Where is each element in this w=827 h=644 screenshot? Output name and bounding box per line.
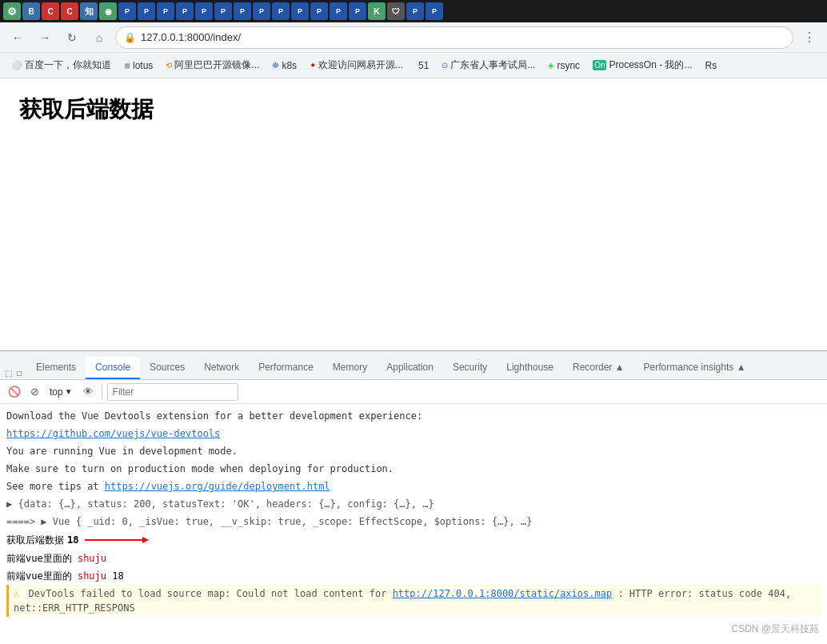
console-output: Download the Vue Devtools extension for …: [0, 404, 827, 622]
context-selector[interactable]: top ▼: [46, 385, 77, 399]
tab-icon[interactable]: ⚙: [3, 2, 21, 20]
alibaba-icon: ⟲: [166, 61, 172, 70]
tab-icon[interactable]: P: [157, 2, 174, 20]
console-line: ▶ {data: {…}, status: 200, statusText: '…: [6, 495, 821, 513]
tab-icon[interactable]: C: [42, 2, 59, 20]
tab-icon[interactable]: P: [195, 2, 213, 20]
extensions-button[interactable]: ⋮: [798, 26, 821, 49]
deployment-guide-link[interactable]: https://vuejs.org/guide/deployment.html: [105, 481, 330, 492]
bookmark-label: k8s: [282, 60, 297, 71]
bookmark-51[interactable]: 51: [411, 58, 433, 73]
warn-icon: ⚠: [14, 588, 19, 599]
k8s-icon: ☸: [272, 61, 279, 70]
dropdown-icon: ▼: [65, 387, 73, 396]
bookmark-lotus[interactable]: ◼ lotus: [119, 58, 158, 73]
tab-elements[interactable]: Elements: [26, 357, 86, 379]
bookmark-rs[interactable]: Rs: [701, 58, 722, 73]
tab-icon[interactable]: C: [61, 2, 78, 20]
svg-marker-1: [142, 537, 149, 543]
tab-icon[interactable]: ◉: [99, 2, 117, 20]
tab-icon[interactable]: 🛡: [387, 2, 405, 20]
tab-icon[interactable]: P: [310, 2, 328, 20]
tab-icon[interactable]: B: [22, 2, 40, 20]
console-line: 前端vue里面的 shuju: [6, 550, 821, 567]
page-title: 获取后端数据: [19, 94, 808, 125]
tab-icon[interactable]: P: [138, 2, 155, 20]
console-settings-button[interactable]: ⊘: [27, 384, 42, 399]
devtools-left-icons: ⬚ □: [3, 367, 26, 379]
tab-network[interactable]: Network: [194, 357, 249, 379]
inspect-element-icon[interactable]: ⬚: [3, 367, 14, 379]
console-line: 前端vue里面的 shuju 18: [6, 567, 821, 585]
csdn-watermark: CSDN @景天科技苑: [731, 622, 819, 636]
lotus-icon: ◼: [124, 61, 130, 70]
tab-console[interactable]: Console: [86, 357, 140, 379]
console-line-highlight: 获取后端数据 18: [6, 530, 821, 550]
console-line: You are running Vue in development mode.: [6, 442, 821, 460]
tab-application[interactable]: Application: [377, 357, 443, 379]
console-line: Download the Vue Devtools extension for …: [6, 407, 821, 425]
address-bar[interactable]: 🔒 127.0.0.1:8000/index/: [115, 26, 793, 49]
bookmark-label: 百度一下，你就知道: [25, 58, 111, 72]
console-line: ====> ▶ Vue { _uid: 0, _isVue: true, __v…: [6, 513, 821, 530]
tab-icon[interactable]: P: [118, 2, 136, 20]
devtools-tab-bar: ⬚ □ Elements Console Sources Network Per…: [0, 351, 827, 380]
toolbar-divider: [102, 385, 102, 399]
tab-sources[interactable]: Sources: [140, 357, 194, 379]
bookmark-label: 阿里巴巴开源镜像...: [174, 58, 259, 72]
bookmarks-bar: ⚪ 百度一下，你就知道 ◼ lotus ⟲ 阿里巴巴开源镜像... ☸ k8s …: [0, 53, 827, 78]
home-button[interactable]: ⌂: [88, 26, 110, 49]
tab-icon[interactable]: P: [330, 2, 347, 20]
bookmark-wangyi[interactable]: ✦ 欢迎访问网易开源...: [305, 57, 408, 74]
baidu-icon: ⚪: [11, 60, 22, 70]
tab-icon[interactable]: P: [176, 2, 194, 20]
tab-icon[interactable]: 知: [80, 2, 98, 20]
device-toggle-icon[interactable]: □: [15, 367, 23, 379]
bookmark-label: Rs: [705, 60, 717, 71]
tab-recorder[interactable]: Recorder ▲: [563, 357, 634, 379]
vue-devtools-link[interactable]: https://github.com/vuejs/vue-devtools: [6, 428, 220, 439]
bookmark-label: ProcessOn - 我的...: [609, 58, 692, 72]
eye-filter-button[interactable]: 👁: [80, 384, 97, 399]
bookmark-alibaba[interactable]: ⟲ 阿里巴巴开源镜像...: [161, 57, 264, 74]
url-text: 127.0.0.1:8000/index/: [141, 31, 241, 43]
devtools-toolbar: 🚫 ⊘ top ▼ 👁: [0, 380, 827, 404]
tab-icon[interactable]: K: [368, 2, 386, 20]
tab-performance[interactable]: Performance: [249, 357, 323, 379]
tab-icon[interactable]: P: [291, 2, 309, 20]
bookmark-label: 欢迎访问网易开源...: [318, 58, 403, 72]
tab-icon[interactable]: P: [234, 2, 251, 20]
red-annotation-arrow: [85, 532, 157, 548]
console-line: See more tips at https://vuejs.org/guide…: [6, 478, 821, 495]
forward-button[interactable]: →: [34, 26, 56, 49]
axios-map-link[interactable]: http://127.0.0.1:8000/static/axios.map: [393, 588, 613, 599]
nav-bar: ← → ↻ ⌂ 🔒 127.0.0.1:8000/index/ ⋮: [0, 22, 827, 53]
page-content: 获取后端数据: [0, 78, 827, 350]
reload-button[interactable]: ↻: [61, 26, 83, 49]
bookmark-label: 广东省人事考试局...: [450, 58, 535, 72]
tab-icon[interactable]: P: [253, 2, 270, 20]
bookmark-label: 51: [418, 60, 429, 71]
tab-icon[interactable]: P: [425, 2, 443, 20]
tab-icon[interactable]: P: [349, 2, 366, 20]
console-prompt-line: ›: [6, 617, 821, 622]
bookmark-label: rsync: [557, 60, 580, 71]
tab-lighthouse[interactable]: Lighthouse: [497, 357, 563, 379]
bookmark-baidu[interactable]: ⚪ 百度一下，你就知道: [6, 57, 116, 74]
tab-performance-insights[interactable]: Performance insights ▲: [634, 357, 756, 379]
tab-icon[interactable]: P: [214, 2, 232, 20]
back-button[interactable]: ←: [6, 26, 29, 49]
bookmark-k8s[interactable]: ☸ k8s: [267, 58, 302, 73]
tab-memory[interactable]: Memory: [323, 357, 377, 379]
tab-icon[interactable]: P: [272, 2, 290, 20]
clear-console-button[interactable]: 🚫: [5, 384, 24, 399]
tab-security[interactable]: Security: [443, 357, 497, 379]
rsync-icon: ◈: [548, 61, 554, 70]
wangyi-icon: ✦: [310, 61, 316, 70]
bookmark-processon[interactable]: On ProcessOn - 我的...: [588, 57, 697, 74]
console-warn-line: ⚠ DevTools failed to load source map: Co…: [6, 585, 821, 617]
bookmark-guangdong[interactable]: ⊙ 广东省人事考试局...: [437, 57, 540, 74]
bookmark-rsync[interactable]: ◈ rsync: [543, 58, 585, 73]
tab-icon[interactable]: P: [406, 2, 424, 20]
console-filter-input[interactable]: [107, 383, 238, 401]
